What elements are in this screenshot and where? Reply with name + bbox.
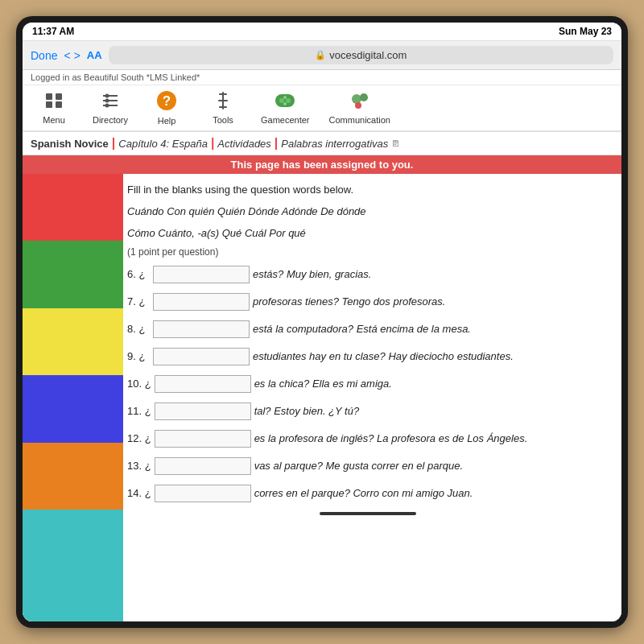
lock-icon: 🔒 — [315, 50, 326, 60]
answer-input-11[interactable] — [155, 402, 251, 420]
q-num-8: 8. ¿ — [127, 323, 150, 335]
word-bank-line2: Cómo Cuánto, -a(s) Qué Cuál Por qué — [127, 224, 609, 242]
nav-arrows: < > — [64, 49, 80, 62]
answer-input-12[interactable] — [155, 430, 251, 448]
answer-input-14[interactable] — [155, 485, 251, 502]
forward-button[interactable]: > — [74, 49, 80, 62]
svg-rect-2 — [46, 101, 52, 108]
q-num-11: 11. ¿ — [127, 405, 151, 417]
svg-point-17 — [279, 98, 284, 103]
question-row-6: 6. ¿ estás? Muy bien, gracias. — [127, 266, 609, 283]
url-text: vocesdigital.com — [329, 49, 407, 61]
answer-input-9[interactable] — [153, 348, 250, 365]
tablet-frame: 11:37 AM Sun May 23 Done < > AA 🔒 vocesd… — [16, 16, 628, 628]
gamecenter-label: Gamecenter — [261, 115, 310, 125]
directory-label: Directory — [93, 115, 128, 125]
answer-input-8[interactable] — [153, 320, 250, 338]
q-num-13: 13. ¿ — [127, 460, 151, 472]
breadcrumb-item-4: Palabras interrogativas — [281, 138, 388, 150]
breadcrumb: Spanish Novice | Capítulo 4: España | Ac… — [23, 132, 621, 155]
svg-rect-1 — [56, 93, 62, 100]
nav-communication[interactable]: Communication — [320, 85, 400, 130]
question-row-12: 12. ¿ es la profesora de inglés? La prof… — [127, 430, 609, 448]
bottom-bar — [320, 512, 416, 515]
question-row-11: 11. ¿ tal? Estoy bien. ¿Y tú? — [127, 402, 609, 420]
assignment-banner: This page has been assigned to you. — [23, 155, 621, 174]
nav-directory[interactable]: Directory — [82, 85, 138, 130]
svg-point-21 — [352, 94, 361, 104]
answer-input-7[interactable] — [153, 293, 250, 311]
instruction-text: Fill in the blanks using the question wo… — [127, 184, 609, 196]
question-row-8: 8. ¿ está la computadora? Está encima de… — [127, 320, 609, 338]
q-rest-6: estás? Muy bien, gracias. — [253, 268, 371, 280]
status-bar: 11:37 AM Sun May 23 — [23, 23, 621, 41]
svg-point-18 — [286, 98, 291, 103]
q-rest-10: es la chica? Ella es mi amiga. — [254, 378, 392, 390]
svg-point-20 — [283, 102, 287, 105]
page-icon: 🖹 — [391, 138, 400, 148]
tablet-screen: 11:37 AM Sun May 23 Done < > AA 🔒 vocesd… — [23, 23, 621, 621]
answer-input-10[interactable] — [155, 375, 251, 393]
answer-input-13[interactable] — [155, 457, 251, 475]
svg-point-22 — [360, 93, 368, 101]
help-label: Help — [158, 116, 176, 126]
logged-in-text: Logged in as Beautiful South *LMS Linked… — [31, 72, 200, 82]
directory-icon — [101, 91, 120, 114]
nav-help[interactable]: ? Help — [138, 85, 195, 130]
svg-point-8 — [105, 99, 109, 103]
status-time: 11:37 AM — [32, 26, 74, 37]
q-num-7: 7. ¿ — [127, 295, 150, 308]
browser-chrome: Done < > AA 🔒 vocesdigital.com — [23, 41, 621, 70]
svg-rect-0 — [46, 93, 52, 100]
menu-icon — [44, 91, 64, 114]
question-row-14: 14. ¿ corres en el parque? Corro con mi … — [127, 485, 609, 502]
q-rest-8: está la computadora? Está encima de la m… — [253, 323, 471, 335]
breadcrumb-item-2: Capítulo 4: España — [118, 138, 208, 150]
svg-rect-3 — [56, 101, 62, 108]
communication-icon — [349, 91, 371, 114]
tools-icon — [213, 91, 233, 114]
question-row-7: 7. ¿ profesoras tienes? Tengo dos profes… — [127, 293, 609, 311]
nav-toolbar: Menu Directory — [23, 85, 621, 132]
status-date: Sun May 23 — [559, 26, 612, 37]
svg-point-7 — [105, 94, 109, 98]
q-num-10: 10. ¿ — [127, 378, 151, 390]
url-bar[interactable]: 🔒 vocesdigital.com — [109, 46, 613, 64]
q-rest-13: vas al parque? Me gusta correr en el par… — [254, 460, 463, 472]
nav-menu[interactable]: Menu — [26, 85, 82, 130]
question-row-13: 13. ¿ vas al parque? Me gusta correr en … — [127, 457, 609, 475]
nav-tools[interactable]: Tools — [195, 85, 251, 130]
tools-label: Tools — [213, 115, 233, 125]
answer-input-6[interactable] — [153, 266, 250, 283]
nav-gamecenter[interactable]: Gamecenter — [251, 85, 320, 130]
svg-text:?: ? — [163, 93, 171, 109]
side-image — [23, 174, 123, 621]
main-content: Fill in the blanks using the question wo… — [23, 174, 621, 621]
breadcrumb-item-3: Actividades — [217, 138, 270, 150]
question-row-9: 9. ¿ estudiantes hay en tu clase? Hay di… — [127, 348, 609, 365]
word-bank-line1: Cuándo Con quién Quién Dónde Adónde De d… — [127, 202, 609, 221]
svg-point-23 — [355, 102, 361, 109]
q-num-14: 14. ¿ — [127, 487, 151, 499]
logged-in-bar: Logged in as Beautiful South *LMS Linked… — [23, 70, 621, 85]
help-icon: ? — [156, 90, 177, 114]
back-button[interactable]: < — [64, 49, 70, 62]
assignment-text: This page has been assigned to you. — [231, 159, 414, 171]
q-num-12: 12. ¿ — [127, 432, 151, 444]
q-rest-7: profesoras tienes? Tengo dos profesoras. — [253, 295, 445, 308]
breadcrumb-item-1: Spanish Novice — [31, 138, 109, 150]
communication-label: Communication — [329, 115, 390, 125]
svg-point-19 — [283, 96, 287, 99]
done-button[interactable]: Done — [31, 49, 57, 62]
question-row-10: 10. ¿ es la chica? Ella es mi amiga. — [127, 375, 609, 393]
q-rest-14: corres en el parque? Corro con mi amigo … — [254, 487, 473, 499]
svg-point-9 — [105, 104, 109, 108]
q-num-6: 6. ¿ — [127, 268, 150, 280]
point-note: (1 point per question) — [127, 246, 609, 258]
q-rest-9: estudiantes hay en tu clase? Hay diecioc… — [253, 350, 514, 362]
q-rest-12: es la profesora de inglés? La profesora … — [254, 432, 528, 444]
gamecenter-icon — [274, 91, 296, 114]
q-num-9: 9. ¿ — [127, 350, 150, 362]
menu-label: Menu — [43, 115, 65, 125]
aa-button[interactable]: AA — [87, 49, 102, 61]
